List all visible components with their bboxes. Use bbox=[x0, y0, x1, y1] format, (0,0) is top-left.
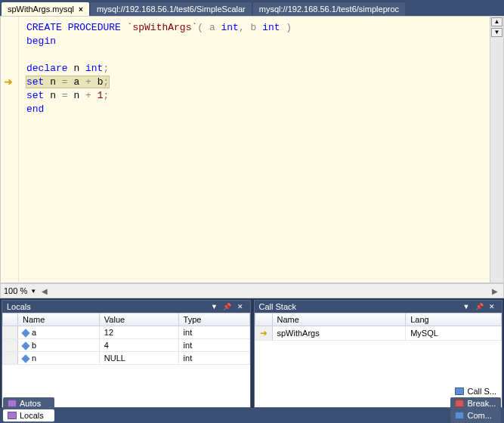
table-row[interactable]: b4int bbox=[3, 339, 250, 352]
variable-icon bbox=[21, 329, 29, 337]
status-label: Autos bbox=[20, 399, 41, 408]
break--icon bbox=[455, 400, 464, 407]
pin-icon[interactable]: 📌 bbox=[222, 302, 233, 311]
call-s--icon bbox=[455, 387, 464, 395]
locals-icon bbox=[8, 412, 17, 419]
pin-icon[interactable]: 📌 bbox=[474, 302, 484, 311]
code-line: CREATE PROCEDURE `spWithArgs`( a int, b … bbox=[26, 21, 482, 35]
zoom-level[interactable]: 100 % bbox=[4, 286, 27, 295]
column-header[interactable]: Type bbox=[178, 313, 249, 326]
var-value: 12 bbox=[99, 326, 178, 339]
var-value: 4 bbox=[99, 339, 178, 352]
var-name: n bbox=[18, 352, 100, 365]
status-tab[interactable]: Autos bbox=[3, 397, 54, 409]
status-label: Call S... bbox=[467, 387, 496, 396]
com--icon bbox=[455, 412, 464, 419]
frame-lang: MySQL bbox=[406, 326, 502, 341]
locals-title: Locals bbox=[7, 302, 31, 311]
code-line: declare n int; bbox=[26, 62, 482, 76]
nav-up-icon[interactable]: ▲ bbox=[491, 17, 502, 26]
var-type: int bbox=[178, 326, 249, 339]
editor-tab-bar: spWithArgs.mysql×mysql://192.168.56.1/te… bbox=[0, 0, 504, 16]
close-icon[interactable]: ✕ bbox=[235, 302, 246, 311]
tab-label: spWithArgs.mysql bbox=[8, 5, 74, 14]
status-label: Break... bbox=[467, 399, 496, 408]
variable-icon bbox=[21, 354, 29, 363]
table-row[interactable]: ➜spWithArgsMySQL bbox=[255, 326, 502, 341]
code-line: set n = a + b; bbox=[26, 76, 482, 89]
column-header[interactable]: Value bbox=[99, 313, 178, 326]
zoom-bar: 100 % ▼ ◀ ▶ bbox=[0, 283, 504, 298]
scroll-left-icon[interactable]: ◀ bbox=[39, 287, 50, 295]
code-line: set n = n + 1; bbox=[26, 89, 482, 103]
current-frame-arrow-icon: ➜ bbox=[260, 328, 267, 338]
status-label: Locals bbox=[20, 411, 44, 420]
frame-name: spWithArgs bbox=[272, 326, 406, 341]
current-line-arrow-icon: ➜ bbox=[4, 76, 13, 88]
code-editor[interactable]: CREATE PROCEDURE `spWithArgs`( a int, b … bbox=[19, 17, 490, 283]
column-header[interactable]: Name bbox=[18, 313, 100, 326]
close-icon[interactable]: × bbox=[79, 5, 83, 14]
status-label: Com... bbox=[467, 411, 491, 420]
zoom-dropdown-icon[interactable]: ▼ bbox=[30, 288, 36, 295]
locals-grid[interactable]: NameValueTypea12intb4intnNULLint bbox=[2, 313, 250, 407]
autos-icon bbox=[8, 400, 17, 407]
nav-down-icon[interactable]: ▼ bbox=[491, 28, 502, 37]
table-row[interactable]: nNULLint bbox=[3, 352, 250, 365]
status-tab[interactable]: Break... bbox=[450, 397, 501, 409]
close-icon[interactable]: ✕ bbox=[487, 302, 497, 311]
callstack-title: Call Stack bbox=[259, 302, 297, 311]
code-line: begin bbox=[26, 35, 482, 48]
editor-tab[interactable]: spWithArgs.mysql× bbox=[2, 2, 89, 16]
tab-label: mysql://192.168.56.1/test6/SimpleScalar bbox=[97, 5, 246, 14]
tab-label: mysql://192.168.56.1/test6/simpleproc bbox=[259, 5, 399, 14]
status-bar: AutosLocalsWatch 1 Call S...Break...Com.… bbox=[0, 408, 504, 423]
code-line bbox=[26, 48, 482, 62]
var-name: b bbox=[18, 339, 100, 352]
locals-panel: Locals ▼ 📌 ✕ NameValueTypea12intb4intnNU… bbox=[2, 300, 251, 408]
dropdown-icon[interactable]: ▼ bbox=[461, 302, 472, 311]
column-header[interactable]: Lang bbox=[406, 313, 502, 326]
status-tab[interactable]: Locals bbox=[3, 409, 54, 421]
var-type: int bbox=[178, 352, 249, 365]
code-line: end bbox=[26, 103, 482, 116]
status-tab[interactable]: Com... bbox=[450, 409, 501, 421]
dropdown-icon[interactable]: ▼ bbox=[209, 302, 220, 311]
table-row[interactable]: a12int bbox=[3, 326, 250, 339]
editor-gutter: ➜ bbox=[1, 17, 19, 283]
scroll-right-icon[interactable]: ▶ bbox=[490, 287, 500, 295]
column-header[interactable]: Name bbox=[272, 313, 406, 326]
var-name: a bbox=[18, 326, 100, 339]
var-type: int bbox=[178, 339, 249, 352]
editor-tab[interactable]: mysql://192.168.56.1/test6/simpleproc bbox=[253, 2, 405, 16]
status-tab[interactable]: Call S... bbox=[450, 385, 501, 397]
variable-icon bbox=[21, 341, 29, 350]
editor-nav-buttons: ▲ ▼ bbox=[490, 17, 503, 283]
var-value: NULL bbox=[99, 352, 178, 365]
editor-tab[interactable]: mysql://192.168.56.1/test6/SimpleScalar bbox=[91, 2, 252, 16]
